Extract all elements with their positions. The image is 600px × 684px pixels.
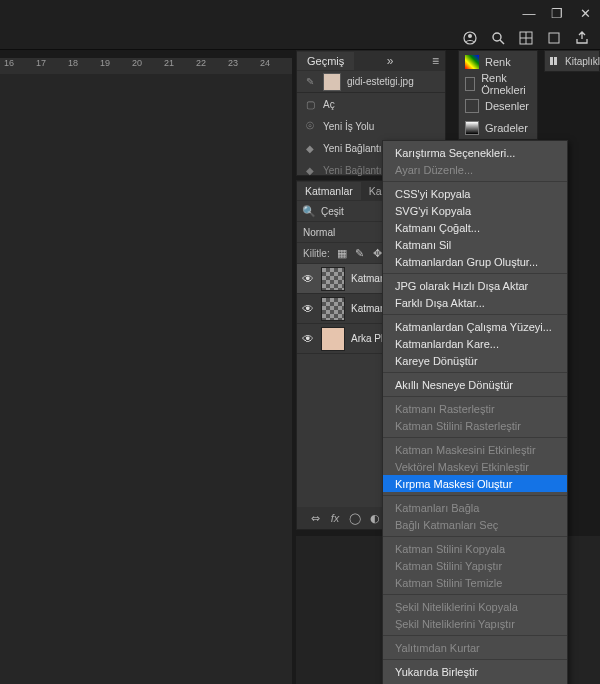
svg-point-1 [468, 34, 472, 38]
libraries-label: Kitaplıkl... [565, 56, 600, 67]
panel-menu-icon[interactable]: » [381, 54, 400, 68]
menu-item[interactable]: Akıllı Nesneye Dönüştür [383, 376, 567, 393]
menu-item[interactable]: Karıştırma Seçenekleri... [383, 144, 567, 161]
menu-item[interactable]: Katmanlardan Grup Oluştur... [383, 253, 567, 270]
mask-icon[interactable]: ◯ [349, 512, 361, 524]
menu-item: Katmanları Bağla [383, 499, 567, 516]
menu-item[interactable]: Görüneni Birleştir [383, 680, 567, 684]
libraries-dock[interactable]: Kitaplıkl... [544, 50, 600, 72]
menu-item: Ayarı Düzenle... [383, 161, 567, 178]
lock-label: Kilitle: [303, 248, 330, 259]
dock-item-patterns[interactable]: Desenler [459, 95, 537, 117]
history-tab[interactable]: Geçmiş [297, 52, 354, 70]
menu-item[interactable]: Katmanı Sil [383, 236, 567, 253]
ruler-tick: 22 [196, 58, 228, 68]
history-item[interactable]: ▢ Aç [297, 93, 445, 115]
restore-button[interactable]: ❐ [550, 6, 564, 20]
history-tab-bar: Geçmiş » ≡ [297, 51, 445, 71]
ruler-tick: 23 [228, 58, 260, 68]
libraries-icon [549, 55, 561, 67]
svg-rect-9 [554, 57, 557, 65]
lock-pixels-icon[interactable]: ▦ [336, 247, 348, 259]
lock-brush-icon[interactable]: ✎ [354, 247, 366, 259]
menu-item: Katman Stilini Kopyala [383, 540, 567, 557]
titlebar: — ❐ ✕ [0, 0, 600, 26]
menu-item[interactable]: SVG'yi Kopyala [383, 202, 567, 219]
ruler-tick: 24 [260, 58, 292, 68]
menu-separator [383, 635, 567, 636]
ruler-tick: 20 [132, 58, 164, 68]
fx-icon[interactable]: fx [329, 512, 341, 524]
color-icon [465, 55, 479, 69]
close-button[interactable]: ✕ [578, 6, 592, 20]
history-thumb [323, 73, 341, 91]
filter-type-select[interactable]: Çeşit [321, 206, 387, 217]
search-icon[interactable]: 🔍 [303, 205, 315, 217]
search-icon[interactable] [490, 30, 506, 46]
gradients-icon [465, 121, 479, 135]
ruler-tick: 17 [36, 58, 68, 68]
brush-icon: ✎ [303, 75, 317, 89]
menu-item: Şekil Niteliklerini Kopyala [383, 598, 567, 615]
svg-rect-8 [550, 57, 553, 65]
tab-layers[interactable]: Katmanlar [297, 182, 361, 200]
adjustment-icon[interactable]: ◐ [369, 512, 381, 524]
menu-item: Katman Stilini Temizle [383, 574, 567, 591]
history-document[interactable]: ✎ gidi-estetigi.jpg [297, 71, 445, 93]
top-toolbar [0, 26, 600, 50]
menu-item[interactable]: Kareye Dönüştür [383, 352, 567, 369]
menu-item[interactable]: CSS'yi Kopyala [383, 185, 567, 202]
visibility-toggle[interactable]: 👁 [301, 272, 315, 286]
menu-item: Bağlı Katmanları Seç [383, 516, 567, 533]
visibility-toggle[interactable]: 👁 [301, 332, 315, 346]
dock-item-label: Gradeler [485, 122, 528, 134]
svg-point-2 [493, 33, 501, 41]
menu-separator [383, 273, 567, 274]
visibility-toggle[interactable]: 👁 [301, 302, 315, 316]
menu-item[interactable]: Katmanı Çoğalt... [383, 219, 567, 236]
history-doc-name: gidi-estetigi.jpg [347, 76, 414, 87]
grid-icon[interactable] [518, 30, 534, 46]
dock-item-swatches[interactable]: Renk Örnekleri [459, 73, 537, 95]
menu-item: Katman Maskesini Etkinleştir [383, 441, 567, 458]
dock-item-gradients[interactable]: Gradeler [459, 117, 537, 139]
menu-item[interactable]: Katmanlardan Kare... [383, 335, 567, 352]
ruler-tick: 18 [68, 58, 100, 68]
ruler-tick: 21 [164, 58, 196, 68]
layer-thumb [321, 327, 345, 351]
patterns-icon [465, 99, 479, 113]
menu-item[interactable]: JPG olarak Hızlı Dışa Aktar [383, 277, 567, 294]
menu-separator [383, 181, 567, 182]
dock-item-label: Desenler [485, 100, 529, 112]
menu-item[interactable]: Katmanlardan Çalışma Yüzeyi... [383, 318, 567, 335]
history-item[interactable]: ⦾ Yeni İş Yolu [297, 115, 445, 137]
right-dock: Renk Renk Örnekleri Desenler Gradeler [458, 50, 538, 140]
layer-context-menu: Karıştırma Seçenekleri...Ayarı Düzenle..… [382, 140, 568, 684]
ruler-tick: 19 [100, 58, 132, 68]
account-icon[interactable] [462, 30, 478, 46]
canvas-workspace[interactable] [0, 74, 292, 684]
history-item-label: Aç [323, 99, 335, 110]
share-icon[interactable] [574, 30, 590, 46]
menu-separator [383, 314, 567, 315]
menu-item[interactable]: Kırpma Maskesi Oluştur [383, 475, 567, 492]
swatches-icon [465, 77, 475, 91]
panel-options-icon[interactable]: ≡ [426, 54, 445, 68]
menu-item: Şekil Niteliklerini Yapıştır [383, 615, 567, 632]
menu-separator [383, 372, 567, 373]
dock-item-color[interactable]: Renk [459, 51, 537, 73]
link-layers-icon[interactable]: ⇔ [309, 512, 321, 524]
open-icon: ▢ [303, 97, 317, 111]
history-item-label: Yeni İş Yolu [323, 121, 374, 132]
menu-separator [383, 437, 567, 438]
dock-item-label: Renk [485, 56, 511, 68]
menu-item[interactable]: Farklı Dışa Aktar... [383, 294, 567, 311]
layer-thumb [321, 297, 345, 321]
frame-icon[interactable] [546, 30, 562, 46]
horizontal-ruler: 16 17 18 19 20 21 22 23 24 [0, 58, 292, 74]
layer-thumb [321, 267, 345, 291]
minimize-button[interactable]: — [522, 6, 536, 20]
menu-separator [383, 536, 567, 537]
dock-item-label: Renk Örnekleri [481, 72, 531, 96]
menu-item[interactable]: Yukarıda Birleştir [383, 663, 567, 680]
